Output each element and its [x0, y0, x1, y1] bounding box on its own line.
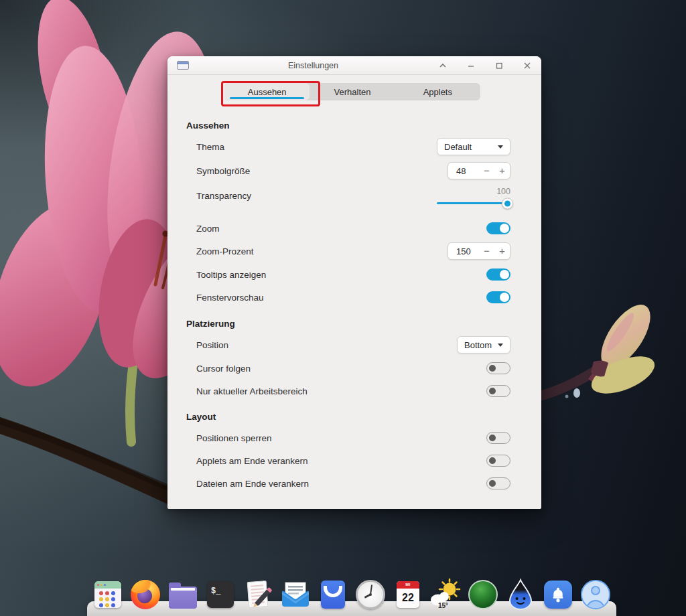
- user-avatar-icon: [581, 580, 610, 609]
- dock-item-app-store[interactable]: [317, 579, 349, 611]
- mail-icon: [281, 580, 310, 609]
- increase-button[interactable]: +: [494, 163, 510, 179]
- dateien-verankern-toggle[interactable]: [486, 477, 510, 489]
- svg-text:15°: 15°: [438, 602, 448, 609]
- cursor-folgen-label: Cursor folgen: [196, 364, 251, 374]
- tooltips-label: Tooltips anzeigen: [196, 270, 266, 280]
- dock-item-terminal[interactable]: $_: [204, 579, 236, 611]
- slider-value: 100: [496, 187, 510, 196]
- weather-icon: 15°: [429, 579, 462, 611]
- row-fenstervorschau: Fenstervorschau: [196, 291, 510, 303]
- terminal-icon: $_: [207, 581, 234, 608]
- dock-item-notifications[interactable]: [542, 579, 574, 611]
- dateien-verankern-label: Dateien am Ende verankern: [196, 479, 309, 489]
- row-thema: Thema Default: [196, 138, 510, 155]
- window-title: Einstellungen: [189, 61, 437, 70]
- settings-window: Einstellungen Aussehen Verhalten App: [167, 56, 541, 509]
- zoom-label: Zoom: [196, 224, 220, 234]
- decrease-button[interactable]: −: [479, 163, 494, 179]
- tab-applets[interactable]: Applets: [395, 83, 480, 100]
- row-positionen-sperren: Positionen sperren: [196, 432, 510, 444]
- green-sphere-icon: [468, 580, 498, 609]
- section-title-layout: Layout: [186, 412, 216, 422]
- section-title-aussehen: Aussehen: [186, 121, 230, 131]
- calendar-icon: MI 22: [397, 581, 419, 608]
- dock-item-file-manager[interactable]: [167, 579, 199, 611]
- calendar-weekday: MI: [397, 581, 419, 589]
- water-drop-mascot-icon: [507, 579, 534, 611]
- position-label: Position: [196, 340, 228, 350]
- window-app-icon: [177, 61, 189, 70]
- slider-knob[interactable]: [502, 198, 513, 209]
- applets-verankern-label: Applets am Ende verankern: [196, 456, 308, 466]
- increase-button[interactable]: +: [494, 243, 510, 259]
- slider-track[interactable]: [437, 202, 510, 204]
- decrease-button[interactable]: −: [479, 243, 494, 259]
- collapse-icon[interactable]: [437, 60, 448, 70]
- dock-item-app-launcher[interactable]: [92, 579, 124, 611]
- dock-item-text-editor[interactable]: [242, 579, 274, 611]
- dock-item-calendar[interactable]: MI 22: [392, 579, 424, 611]
- symbolgroesse-label: Symbolgröße: [196, 166, 250, 176]
- calendar-day: 22: [397, 589, 419, 607]
- zoom-percent-spinner[interactable]: 150 − +: [448, 242, 510, 260]
- close-icon[interactable]: [522, 60, 532, 70]
- row-position: Position Bottom: [196, 336, 510, 354]
- cursor-folgen-toggle[interactable]: [486, 362, 510, 374]
- dock-item-green-sphere[interactable]: [467, 579, 499, 611]
- text-editor-icon: [243, 579, 273, 610]
- row-zoom: Zoom: [196, 222, 510, 234]
- thema-label: Thema: [196, 142, 224, 152]
- dropdown-arrow-icon: [498, 343, 503, 347]
- dock-item-weather[interactable]: 15°: [429, 579, 462, 611]
- fenstervorschau-label: Fenstervorschau: [196, 293, 264, 303]
- row-transparency: Transparency 100: [196, 181, 510, 210]
- app-launcher-icon: [94, 581, 121, 608]
- window-controls: [437, 60, 532, 70]
- titlebar[interactable]: Einstellungen: [167, 56, 541, 75]
- dock-item-water-drop[interactable]: [504, 579, 537, 611]
- dock-item-user-account[interactable]: [579, 579, 612, 611]
- applets-verankern-toggle[interactable]: [486, 455, 510, 467]
- arbeitsbereich-label: Nur aktueller Arbeitsbereich: [196, 386, 307, 396]
- tab-verhalten[interactable]: Verhalten: [310, 83, 395, 100]
- arbeitsbereich-toggle[interactable]: [486, 385, 510, 397]
- clock-icon: [356, 580, 385, 609]
- dock-item-firefox[interactable]: [129, 579, 161, 611]
- dock-item-mail[interactable]: [279, 579, 312, 611]
- desktop: Einstellungen Aussehen Verhalten App: [0, 0, 686, 616]
- tooltips-toggle[interactable]: [486, 268, 510, 281]
- spinner-value: 150: [456, 246, 479, 256]
- row-tooltips: Tooltips anzeigen: [196, 268, 510, 281]
- spinner-value: 48: [456, 166, 479, 176]
- row-applets-verankern: Applets am Ende verankern: [196, 455, 510, 467]
- row-zoom-prozent: Zoom-Prozent 150 − +: [196, 242, 510, 260]
- app-store-icon: [321, 581, 345, 609]
- section-title-platzierung: Platzierung: [186, 319, 235, 329]
- dock-item-clock[interactable]: [354, 579, 387, 611]
- notification-bell-icon: [544, 581, 572, 609]
- maximize-icon[interactable]: [494, 60, 504, 70]
- folder-icon: [169, 587, 197, 609]
- row-dateien-verankern: Dateien am Ende verankern: [196, 477, 510, 489]
- zoom-toggle[interactable]: [486, 222, 510, 234]
- icon-size-spinner[interactable]: 48 − +: [448, 162, 510, 179]
- row-cursor-folgen: Cursor folgen: [196, 362, 510, 374]
- dock: $_: [92, 579, 612, 611]
- transparency-slider: 100: [435, 187, 510, 204]
- tab-bar: Aussehen Verhalten Applets: [224, 83, 480, 100]
- fenstervorschau-toggle[interactable]: [486, 291, 510, 303]
- row-arbeitsbereich: Nur aktueller Arbeitsbereich: [196, 385, 510, 397]
- tab-aussehen[interactable]: Aussehen: [224, 83, 310, 100]
- position-dropdown[interactable]: Bottom: [457, 336, 510, 354]
- row-symbolgroesse: Symbolgröße 48 − +: [196, 162, 510, 179]
- transparency-label: Transparency: [196, 191, 251, 201]
- zoom-prozent-label: Zoom-Prozent: [196, 246, 254, 256]
- firefox-icon: [131, 580, 160, 609]
- minimize-icon[interactable]: [466, 60, 476, 70]
- dropdown-arrow-icon: [498, 145, 503, 149]
- positionen-sperren-toggle[interactable]: [486, 432, 510, 444]
- positionen-sperren-label: Positionen sperren: [196, 433, 272, 443]
- thema-dropdown[interactable]: Default: [437, 138, 510, 155]
